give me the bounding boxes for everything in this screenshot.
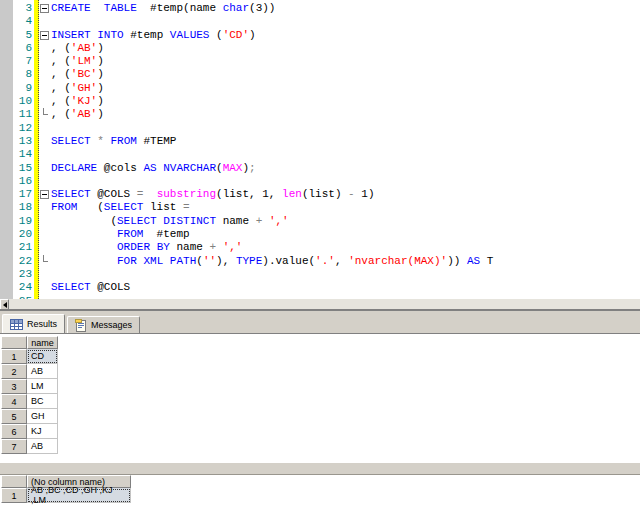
fold-end-icon [43, 108, 48, 115]
code-line[interactable]: 5INSERT INTO #temp VALUES ('CD') [0, 29, 640, 42]
grid-row: 5GH [1, 409, 58, 424]
code-line[interactable]: 12 [0, 122, 640, 135]
scroll-left-icon [3, 302, 7, 308]
code-text: DECLARE @cols AS NVARCHAR(MAX); [51, 162, 640, 175]
code-line[interactable]: 9, ('GH') [0, 82, 640, 95]
line-number: 22 [0, 255, 34, 268]
code-token: 'LM' [71, 55, 97, 67]
code-token: SELECT [51, 135, 91, 147]
fold-collapse-icon[interactable] [40, 190, 49, 199]
grid-corner-cell[interactable] [1, 336, 27, 349]
grid-row-header[interactable]: 1 [1, 488, 27, 503]
code-line[interactable]: 21 ORDER BY name + ',' [0, 241, 640, 254]
code-token: name [170, 241, 210, 253]
code-token: ',' [223, 241, 243, 253]
outline-cell [39, 42, 51, 55]
code-text: (SELECT DISTINCT name + ',' [51, 215, 640, 228]
code-text: FOR XML PATH(''), TYPE).value('.', 'nvar… [51, 255, 640, 268]
tab-results-label: Results [27, 319, 57, 329]
grid-cell[interactable]: KJ [27, 424, 58, 439]
code-text: , ('BC') [51, 68, 640, 81]
code-text: , ('AB') [51, 108, 640, 121]
fold-collapse-icon[interactable] [40, 4, 49, 13]
code-token: ).value( [262, 255, 315, 267]
horizontal-scrollbar[interactable] [0, 299, 640, 309]
code-line[interactable]: 17SELECT @COLS = substring(list, 1, len(… [0, 188, 640, 201]
grid-row-header[interactable]: 2 [1, 364, 27, 379]
code-line[interactable]: 20 FROM #temp [0, 228, 640, 241]
code-line[interactable]: 16 [0, 175, 640, 188]
code-line[interactable]: 19 (SELECT DISTINCT name + ',' [0, 215, 640, 228]
code-line[interactable]: 24SELECT @COLS [0, 281, 640, 294]
code-text [51, 122, 640, 135]
grid-cell[interactable]: CD [27, 349, 58, 364]
grid-row-header[interactable]: 5 [1, 409, 27, 424]
grid-row-header[interactable]: 6 [1, 424, 27, 439]
code-token: 1) [355, 188, 375, 200]
grid-column-header[interactable]: name [27, 336, 58, 349]
outline-cell [39, 82, 51, 95]
code-line[interactable]: 23 [0, 268, 640, 281]
code-text [51, 268, 640, 281]
code-token: (list) [302, 188, 348, 200]
grid-cell[interactable]: GH [27, 409, 58, 424]
scroll-left-button[interactable] [0, 299, 9, 309]
code-line[interactable]: 14 [0, 148, 640, 161]
grid-row-header[interactable]: 3 [1, 379, 27, 394]
line-number: 24 [0, 281, 34, 294]
grid-cell[interactable]: AB ,BC ,CD ,GH ,KJ ,LM [27, 488, 131, 503]
code-token [262, 215, 269, 227]
code-token: 'AB' [71, 42, 97, 54]
grid-corner-cell[interactable] [1, 475, 27, 488]
tab-results[interactable]: Results [2, 314, 65, 333]
messages-icon [75, 319, 87, 332]
grid-row-header[interactable]: 1 [1, 349, 27, 364]
code-line[interactable]: 15DECLARE @cols AS NVARCHAR(MAX); [0, 162, 640, 175]
grid-cell[interactable]: BC [27, 394, 58, 409]
code-line[interactable]: 6, ('AB') [0, 42, 640, 55]
code-token: DISTINCT [163, 215, 216, 227]
code-token: = [183, 201, 190, 213]
code-token: , ( [51, 42, 71, 54]
code-token [51, 241, 117, 253]
line-number: 4 [0, 15, 34, 28]
tab-messages[interactable]: Messages [67, 316, 140, 333]
code-token: @COLS [91, 188, 137, 200]
code-line[interactable]: 11, ('AB') [0, 108, 640, 121]
code-line[interactable]: 4 [0, 15, 640, 28]
code-line[interactable]: 18FROM (SELECT list = [0, 201, 640, 214]
code-token: len [282, 188, 302, 200]
code-token: INSERT [51, 29, 91, 41]
code-line[interactable]: 22 FOR XML PATH(''), TYPE).value('.', 'n… [0, 255, 640, 268]
grid-row-header[interactable]: 7 [1, 439, 27, 454]
line-number: 3 [0, 2, 34, 15]
code-line[interactable]: 3CREATE TABLE #temp(name char(3)) [0, 2, 640, 15]
code-line[interactable]: 13SELECT * FROM #TEMP [0, 135, 640, 148]
grid-cell[interactable]: LM [27, 379, 58, 394]
grid-cell[interactable]: AB [27, 364, 58, 379]
code-text [51, 148, 640, 161]
ssms-query-window: 3CREATE TABLE #temp(name char(3))45INSER… [0, 0, 640, 509]
outline-cell [39, 135, 51, 148]
outline-cell [39, 68, 51, 81]
resultset-splitter[interactable] [0, 462, 640, 475]
sql-code-editor[interactable]: 3CREATE TABLE #temp(name char(3))45INSER… [0, 0, 640, 299]
line-number: 6 [0, 42, 34, 55]
code-line[interactable]: 8, ('BC') [0, 68, 640, 81]
grid-cell[interactable]: AB [27, 439, 58, 454]
code-text: FROM (SELECT list = [51, 201, 640, 214]
code-token: 'BC' [71, 68, 97, 80]
fold-collapse-icon[interactable] [40, 31, 49, 40]
outline-cell [39, 228, 51, 241]
line-number: 16 [0, 175, 34, 188]
code-token: #TEMP [137, 135, 177, 147]
code-token: 'CD' [223, 29, 249, 41]
code-token: , ( [51, 82, 71, 94]
code-token: ( [196, 255, 203, 267]
grid-row-header[interactable]: 4 [1, 394, 27, 409]
code-token: #temp [143, 228, 189, 240]
code-line[interactable]: 10, ('KJ') [0, 95, 640, 108]
code-token: '' [203, 255, 216, 267]
grid-row: 1CD [1, 349, 58, 364]
code-line[interactable]: 7, ('LM') [0, 55, 640, 68]
